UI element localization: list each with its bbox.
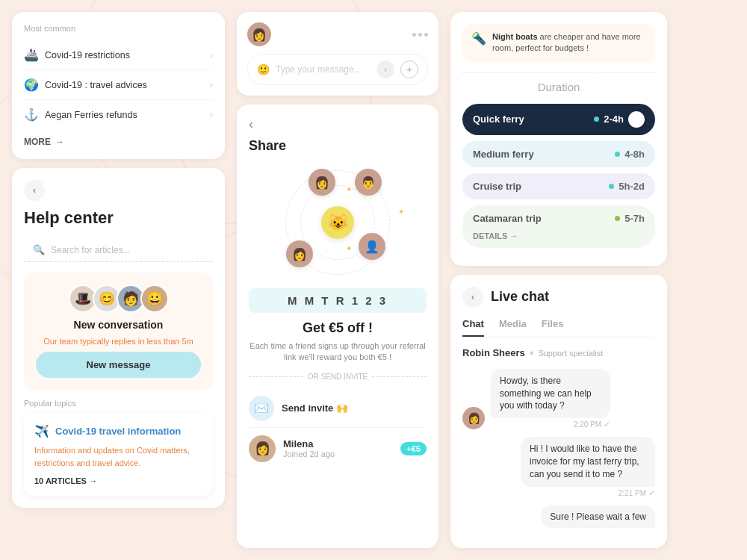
- agent-avatar: 👩: [462, 407, 485, 429]
- reward-badge: +€5: [400, 442, 427, 455]
- message-bubble: Sure ! Please wait a few: [541, 505, 655, 528]
- new-message-button[interactable]: New message: [36, 352, 201, 378]
- duration-card: 🔦 Night boats are cheaper and have more …: [450, 12, 667, 266]
- tab-media[interactable]: Media: [499, 318, 527, 337]
- chevron-right-icon: ›: [210, 80, 213, 90]
- divider-line-right: [372, 376, 427, 377]
- dot: [424, 33, 428, 37]
- add-attachment-button[interactable]: +: [400, 60, 418, 78]
- duration-option-medium[interactable]: Medium ferry 4-8h: [462, 141, 655, 167]
- user-message: Hi ! I would like to have the invoice fo…: [462, 437, 655, 497]
- duration-dot: [615, 152, 620, 157]
- duration-time-wrap: 4-8h: [615, 149, 645, 160]
- emoji-icon[interactable]: 🙂: [257, 63, 270, 75]
- faq-item[interactable]: 🌍 Covid-19 : travel advices ›: [24, 70, 213, 100]
- referral-visualization: 😺 👩 👨 👩 👤 ✦ ✦ ✦: [249, 163, 427, 282]
- share-back-button[interactable]: ‹: [249, 116, 427, 132]
- duration-option-catamaran[interactable]: Catamaran trip 5-7h DETAILS →: [462, 205, 655, 248]
- chat-agent-avatar: 👩: [247, 22, 271, 46]
- duration-dot: [609, 184, 614, 189]
- sparkle-icon: ✦: [398, 208, 404, 216]
- agent-bubble: Howdy, is there something we can help yo…: [491, 369, 610, 429]
- faq-icon-3: ⚓: [24, 108, 39, 122]
- details-link[interactable]: DETAILS →: [473, 231, 518, 240]
- chevron-right-icon: ›: [210, 110, 213, 120]
- duration-time: 2-4h: [604, 113, 624, 125]
- divider: OR SEND INVITE: [249, 373, 427, 381]
- live-chat-title: Live chat: [491, 289, 549, 305]
- chevron-right-icon: ›: [210, 50, 213, 60]
- duration-time-wrap: 5-7h: [615, 213, 645, 224]
- faq-text-3: Aegan Ferries refunds: [45, 110, 137, 120]
- dot: [418, 33, 422, 37]
- more-link[interactable]: MORE →: [24, 137, 213, 147]
- left-panel: Most common 🚢 Covid-19 restrictions › 🌍 …: [12, 12, 225, 548]
- live-chat-back-button[interactable]: ‹: [462, 287, 483, 308]
- send-button[interactable]: ›: [376, 60, 394, 78]
- options-dots[interactable]: [412, 33, 428, 37]
- partial-message: Sure ! Please wait a few: [462, 505, 655, 528]
- most-common-label: Most common: [24, 24, 213, 33]
- right-panel: 🔦 Night boats are cheaper and have more …: [450, 12, 667, 548]
- faq-item[interactable]: 🚢 Covid-19 restrictions ›: [24, 40, 213, 70]
- message-time: 2:20 PM ✓: [491, 420, 610, 429]
- duration-dot: [594, 116, 599, 122]
- center-panel: 👩 🙂 Type your message... › + ‹ Share: [237, 12, 438, 548]
- duration-name: Medium ferry: [473, 149, 534, 160]
- conversation-subtitle: Our team typically replies in less than …: [43, 337, 193, 346]
- friend-joined: Joined 2d ago: [283, 449, 393, 458]
- avatar: 😀: [140, 284, 169, 313]
- send-invite-text[interactable]: Send invite 🙌: [282, 402, 348, 414]
- search-icon: 🔍: [33, 244, 45, 255]
- popular-label: Popular topics: [24, 399, 213, 408]
- articles-link[interactable]: 10 ARTICLES →: [34, 476, 202, 485]
- duration-name: Quick ferry: [473, 113, 524, 125]
- chat-tabs: Chat Media Files: [462, 318, 655, 337]
- chat-input-card: 👩 🙂 Type your message... › +: [237, 12, 438, 96]
- duration-label: Duration: [462, 81, 655, 93]
- duration-time: 4-8h: [624, 149, 645, 160]
- message-bubble: Howdy, is there something we can help yo…: [491, 369, 610, 418]
- duration-name: Cruise trip: [473, 181, 521, 192]
- back-button[interactable]: ‹: [24, 180, 45, 201]
- most-common-card: Most common 🚢 Covid-19 restrictions › 🌍 …: [12, 12, 225, 159]
- more-arrow-icon: →: [55, 137, 64, 147]
- send-invite-row: ✉️ Send invite 🙌: [249, 390, 427, 428]
- friend-avatar: 👩: [249, 435, 276, 462]
- sparkle-icon: ✦: [346, 244, 352, 252]
- search-bar: 🔍 Search for articles...: [24, 238, 213, 262]
- or-send-text: OR SEND INVITE: [308, 373, 368, 381]
- check-icon: ✓: [648, 488, 655, 498]
- tab-files[interactable]: Files: [542, 318, 564, 337]
- orbit-avatar: 👩: [286, 240, 313, 267]
- faq-icon-1: 🚢: [24, 48, 39, 62]
- duration-option-cruise[interactable]: Cruise trip 5h-2d: [462, 173, 655, 199]
- referral-headline: Get €5 off !: [249, 320, 427, 336]
- duration-time: 5h-2d: [619, 181, 645, 192]
- friend-row: 👩 Milena Joined 2d ago +€5: [249, 428, 427, 470]
- tab-chat[interactable]: Chat: [462, 318, 484, 337]
- faq-text-2: Covid-19 : travel advices: [45, 80, 147, 90]
- referral-desc: Each time a friend signs up through your…: [249, 340, 427, 364]
- duration-time-wrap: 2-4h: [594, 111, 645, 128]
- share-title: Share: [249, 138, 427, 154]
- message-bubble: Hi ! I would like to have the invoice fo…: [521, 437, 655, 486]
- sparkle-icon: ✦: [346, 185, 352, 193]
- message-input-area: 🙂 Type your message... › +: [247, 54, 428, 85]
- toggle-circle: [628, 111, 645, 128]
- topic-desc: Information and updates on Covid matters…: [34, 444, 202, 469]
- tip-card: 🔦 Night boats are cheaper and have more …: [462, 24, 655, 62]
- faq-item[interactable]: ⚓ Aegan Ferries refunds ›: [24, 100, 213, 129]
- tip-bold: Night boats: [492, 32, 538, 41]
- message-input[interactable]: Type your message...: [276, 64, 371, 75]
- duration-name: Catamaran trip: [473, 213, 542, 224]
- faq-icon-2: 🌍: [24, 78, 39, 92]
- duration-time-wrap: 5h-2d: [609, 181, 645, 192]
- agent-separator: •: [530, 346, 534, 360]
- search-placeholder[interactable]: Search for articles...: [51, 245, 131, 255]
- divider: [462, 72, 655, 73]
- topic-card: ✈️ Covid-19 travel information Informati…: [24, 414, 213, 496]
- invite-icon: ✉️: [249, 396, 274, 421]
- duration-option-quick[interactable]: Quick ferry 2-4h: [462, 104, 655, 135]
- friend-name: Milena: [283, 438, 393, 449]
